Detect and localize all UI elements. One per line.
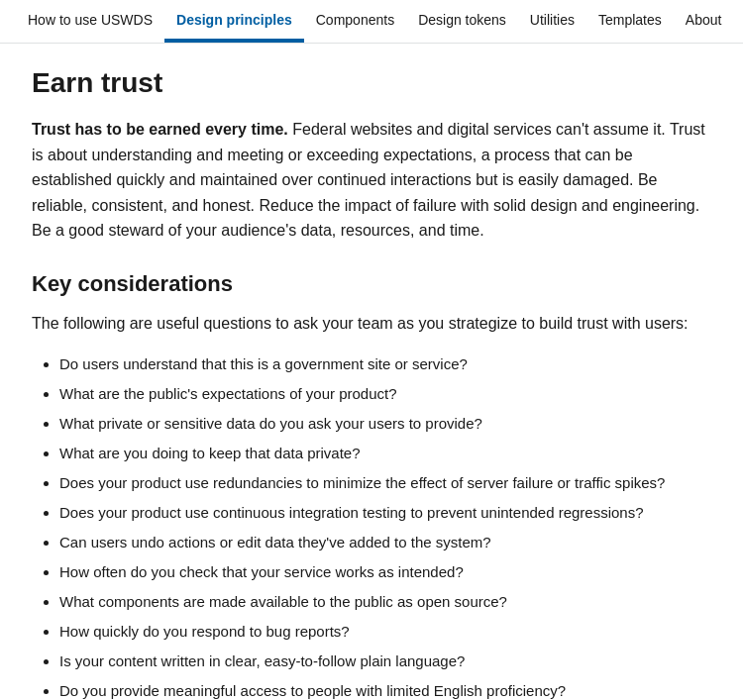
intro-text: Federal websites and digital services ca… [32, 121, 705, 239]
nav-item-how-to-use[interactable]: How to use USWDS [16, 0, 164, 43]
nav-item-design-principles[interactable]: Design principles [164, 0, 304, 43]
consideration-item-10: Is your content written in clear, easy-t… [59, 650, 711, 673]
key-considerations-intro: The following are useful questions to as… [32, 311, 711, 337]
consideration-item-1: What are the public's expectations of yo… [59, 382, 711, 406]
consideration-item-6: Can users undo actions or edit data they… [59, 531, 711, 554]
consideration-item-5: Does your product use continuous integra… [59, 501, 711, 525]
consideration-item-4: Does your product use redundancies to mi… [59, 471, 711, 495]
intro-bold: Trust has to be earned every time. [32, 121, 288, 138]
consideration-item-9: How quickly do you respond to bug report… [59, 620, 711, 644]
consideration-item-8: What components are made available to th… [59, 590, 711, 614]
main-content: Earn trust Trust has to be earned every … [0, 44, 743, 700]
nav-item-design-tokens[interactable]: Design tokens [406, 0, 518, 43]
nav-item-about[interactable]: About [674, 0, 734, 43]
main-navigation: How to use USWDSDesign principlesCompone… [0, 0, 743, 44]
nav-item-components[interactable]: Components [304, 0, 406, 43]
consideration-item-3: What are you doing to keep that data pri… [59, 442, 711, 465]
considerations-list: Do users understand that this is a gover… [32, 352, 711, 700]
consideration-item-0: Do users understand that this is a gover… [59, 352, 711, 376]
consideration-item-2: What private or sensitive data do you as… [59, 412, 711, 436]
consideration-item-11: Do you provide meaningful access to peop… [59, 679, 711, 700]
intro-paragraph: Trust has to be earned every time. Feder… [32, 117, 711, 244]
consideration-item-7: How often do you check that your service… [59, 560, 711, 584]
nav-item-templates[interactable]: Templates [586, 0, 674, 43]
nav-item-utilities[interactable]: Utilities [518, 0, 586, 43]
key-considerations-heading: Key considerations [32, 271, 711, 297]
earn-trust-heading: Earn trust [32, 67, 711, 99]
